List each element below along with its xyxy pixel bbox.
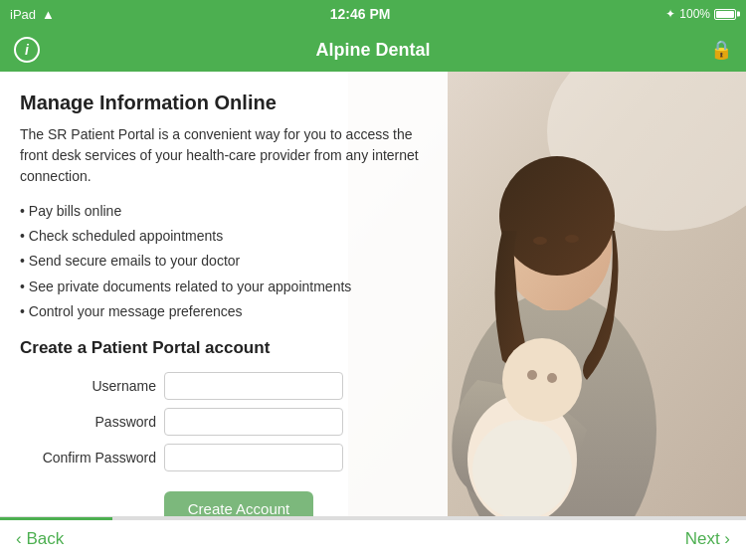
- main-content: Manage Information Online The SR Patient…: [0, 72, 746, 560]
- svg-point-6: [533, 237, 547, 245]
- content-panel: Manage Information Online The SR Patient…: [0, 72, 448, 560]
- password-label: Password: [20, 414, 164, 430]
- account-form: Username Password Confirm Password Creat…: [20, 372, 428, 527]
- bottom-navigation-bar: ‹ Back Next ›: [0, 516, 746, 560]
- app-header: i Alpine Dental 🔒: [0, 28, 746, 72]
- svg-point-9: [502, 338, 582, 422]
- svg-point-5: [499, 156, 615, 276]
- username-row: Username: [20, 372, 428, 400]
- password-input[interactable]: [164, 408, 343, 436]
- feature-item-4: • See private documents related to your …: [20, 275, 428, 299]
- header-title: Alpine Dental: [315, 40, 430, 61]
- svg-point-10: [527, 370, 537, 380]
- confirm-password-label: Confirm Password: [20, 450, 164, 466]
- back-button[interactable]: ‹ Back: [16, 529, 64, 549]
- info-button[interactable]: i: [14, 37, 40, 63]
- portal-account-heading: Create a Patient Portal account: [20, 338, 428, 358]
- status-left: iPad ▲: [10, 7, 55, 22]
- status-bar: iPad ▲ 12:46 PM ✦ 100%: [0, 0, 746, 28]
- confirm-password-row: Confirm Password: [20, 444, 428, 471]
- confirm-password-input[interactable]: [164, 444, 343, 471]
- next-button[interactable]: Next ›: [685, 529, 730, 549]
- svg-point-11: [547, 373, 557, 383]
- bluetooth-icon: ✦: [665, 7, 675, 21]
- battery-percentage: 100%: [679, 7, 710, 21]
- description-paragraph: The SR Patient Portal is a convenient wa…: [20, 124, 428, 187]
- carrier-label: iPad: [10, 7, 36, 22]
- password-row: Password: [20, 408, 428, 436]
- page-heading: Manage Information Online: [20, 92, 428, 114]
- feature-item-5: • Control your message preferences: [20, 299, 428, 324]
- feature-item-1: • Pay bills online: [20, 199, 428, 224]
- status-right: ✦ 100%: [665, 7, 736, 21]
- username-input[interactable]: [164, 372, 343, 400]
- svg-point-7: [565, 235, 579, 243]
- status-time: 12:46 PM: [330, 6, 391, 22]
- features-list: • Pay bills online • Check scheduled app…: [20, 199, 428, 324]
- feature-item-2: • Check scheduled appointments: [20, 224, 428, 249]
- username-label: Username: [20, 378, 164, 394]
- battery-icon: [714, 9, 736, 20]
- feature-item-3: • Send secure emails to your doctor: [20, 249, 428, 274]
- svg-point-12: [472, 420, 572, 519]
- wifi-icon: ▲: [42, 7, 55, 22]
- lock-icon: 🔒: [710, 39, 732, 61]
